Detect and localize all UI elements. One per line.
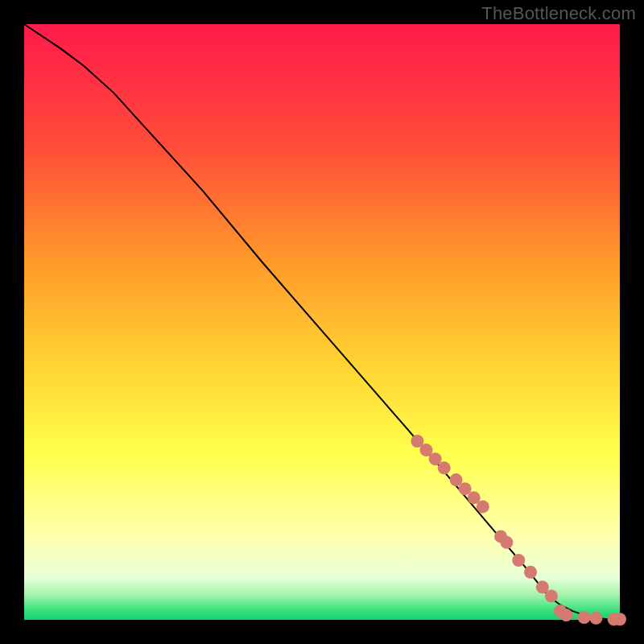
- data-marker: [500, 536, 513, 549]
- chart-frame: TheBottleneck.com: [0, 0, 644, 644]
- watermark-text: TheBottleneck.com: [481, 3, 636, 24]
- curve-line: [24, 24, 620, 620]
- chart-svg: [24, 24, 620, 620]
- data-marker: [512, 554, 525, 567]
- data-marker: [559, 609, 572, 621]
- data-marker: [477, 500, 489, 513]
- data-marker: [613, 613, 626, 625]
- data-marker: [589, 612, 602, 625]
- data-marker: [545, 589, 558, 602]
- data-marker: [524, 566, 537, 579]
- plot-area: [24, 24, 620, 620]
- data-marker: [438, 461, 451, 474]
- data-marker: [578, 611, 591, 624]
